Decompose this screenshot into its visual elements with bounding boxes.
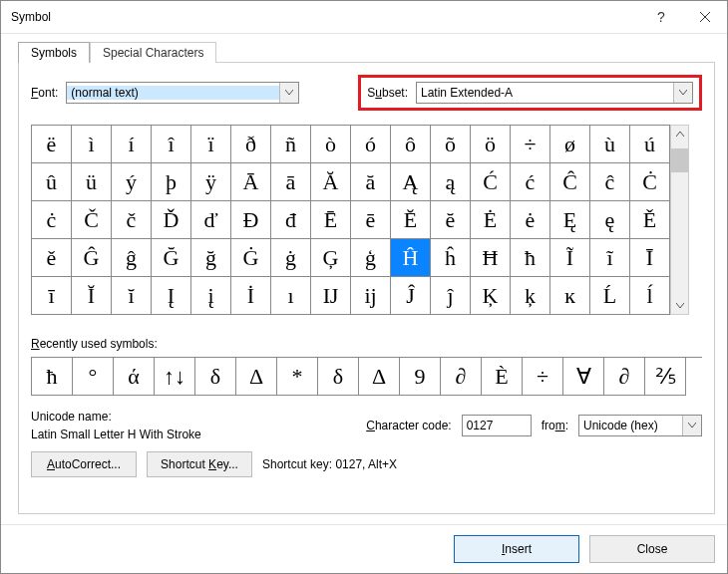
chevron-down-icon[interactable] [682,416,701,435]
recent-symbol-cell[interactable]: ° [73,358,114,396]
symbol-cell[interactable]: Ą [391,163,431,201]
symbol-cell[interactable]: ě [32,239,72,277]
symbol-cell[interactable]: Ĉ [550,163,590,201]
recent-symbol-cell[interactable]: ∂ [604,358,645,396]
recent-symbol-cell[interactable]: δ [195,358,236,396]
symbol-cell[interactable]: ï [191,126,231,163]
symbol-cell[interactable]: ø [550,126,590,163]
autocorrect-button[interactable]: AutoCorrect... [31,451,137,477]
symbol-cell[interactable]: č [112,201,152,239]
symbol-cell[interactable]: ı [271,277,311,315]
symbol-cell[interactable]: Ė [471,201,511,239]
recent-symbol-cell[interactable]: ά [114,358,155,396]
recent-symbol-cell[interactable]: Δ [236,358,277,396]
symbol-cell[interactable]: đ [271,201,311,239]
symbol-cell[interactable]: Ğ [152,239,191,277]
recent-symbol-cell[interactable]: ÷ [523,358,563,396]
symbol-cell[interactable]: ÿ [191,163,231,201]
symbol-cell[interactable]: õ [431,126,471,163]
close-button[interactable]: Close [589,535,715,563]
scroll-track[interactable] [671,143,688,297]
symbol-cell[interactable]: ĉ [590,163,630,201]
shortcut-key-button[interactable]: Shortcut Key... [147,451,252,477]
symbol-cell[interactable]: ý [112,163,152,201]
symbol-cell[interactable]: Ċ [630,163,670,201]
recent-symbol-cell[interactable]: ↑↓ [155,358,195,396]
help-button[interactable]: ? [639,1,683,33]
symbol-cell[interactable]: ĩ [590,239,630,277]
symbol-cell[interactable]: ò [311,126,351,163]
symbol-cell[interactable]: Ķ [471,277,511,315]
symbol-cell[interactable]: Č [72,201,112,239]
symbol-cell[interactable]: į [191,277,231,315]
symbol-cell[interactable]: ô [391,126,431,163]
symbol-cell[interactable]: ć [511,163,550,201]
symbol-cell[interactable]: ù [590,126,630,163]
symbol-cell[interactable]: Ħ [471,239,511,277]
symbol-cell[interactable]: ď [191,201,231,239]
symbol-cell[interactable]: ė [511,201,550,239]
symbol-cell[interactable]: û [32,163,72,201]
symbol-cell[interactable]: ğ [191,239,231,277]
symbol-cell[interactable]: ċ [32,201,72,239]
symbol-cell[interactable]: Ġ [231,239,271,277]
symbol-cell[interactable]: í [112,126,152,163]
recent-symbol-cell[interactable]: ∀ [563,358,604,396]
recent-symbol-cell[interactable]: ⅖ [645,358,686,396]
chevron-down-icon[interactable] [279,83,298,103]
symbol-cell[interactable]: Ĳ [311,277,351,315]
symbol-cell[interactable]: Ď [152,201,191,239]
symbol-cell[interactable]: ķ [511,277,550,315]
symbol-cell[interactable]: ĝ [112,239,152,277]
symbol-cell[interactable]: ì [72,126,112,163]
symbol-cell[interactable]: ę [590,201,630,239]
symbol-cell[interactable]: ĺ [630,277,670,315]
symbol-cell[interactable]: ë [32,126,72,163]
symbol-cell[interactable]: Į [152,277,191,315]
scroll-thumb[interactable] [671,148,688,172]
symbol-cell[interactable]: ĳ [351,277,391,315]
symbol-cell[interactable]: Ē [311,201,351,239]
symbol-cell[interactable]: ó [351,126,391,163]
symbol-cell[interactable]: ħ [511,239,550,277]
recent-symbols-grid[interactable]: ħ°ά↑↓δΔ*δΔ9∂È÷∀∂⅖ [31,357,702,396]
scroll-down-button[interactable] [671,297,688,314]
symbol-grid[interactable]: ëìíîïðñòóôõö÷øùúûüýþÿĀāĂăĄąĆćĈĉĊċČčĎďĐđĒ… [31,125,670,315]
insert-button[interactable]: Insert [454,535,579,563]
symbol-cell[interactable]: ĥ [431,239,471,277]
subset-select[interactable]: Latin Extended-A [416,82,693,104]
symbol-cell[interactable]: ģ [351,239,391,277]
recent-symbol-cell[interactable]: ħ [32,358,73,396]
symbol-cell[interactable]: Ĵ [391,277,431,315]
recent-symbol-cell[interactable]: 9 [400,358,441,396]
symbol-cell[interactable]: ă [351,163,391,201]
symbol-cell[interactable]: Ĭ [72,277,112,315]
window-close-button[interactable] [683,1,727,33]
symbol-cell[interactable]: ð [231,126,271,163]
recent-symbol-cell[interactable]: δ [318,358,359,396]
symbol-cell[interactable]: Ě [630,201,670,239]
symbol-cell[interactable]: Ĕ [391,201,431,239]
symbol-cell[interactable]: ÷ [511,126,550,163]
symbol-cell[interactable]: Ā [231,163,271,201]
symbol-cell[interactable]: ü [72,163,112,201]
symbol-cell[interactable]: ā [271,163,311,201]
symbol-cell[interactable]: ġ [271,239,311,277]
symbol-cell[interactable]: ñ [271,126,311,163]
symbol-cell[interactable]: ö [471,126,511,163]
symbol-cell[interactable]: ĭ [112,277,152,315]
recent-symbol-cell[interactable]: Δ [359,358,400,396]
symbol-cell[interactable]: Ć [471,163,511,201]
from-select[interactable]: Unicode (hex) [578,415,702,436]
recent-symbol-cell[interactable]: * [277,358,318,396]
symbol-cell[interactable]: ĸ [550,277,590,315]
tab-special-characters[interactable]: Special Characters [90,42,216,63]
symbol-cell[interactable]: ī [32,277,72,315]
symbol-cell[interactable]: ą [431,163,471,201]
recent-symbol-cell[interactable]: ∂ [441,358,482,396]
symbol-cell[interactable]: İ [231,277,271,315]
symbol-cell[interactable]: Ĥ [391,239,431,277]
symbol-cell[interactable]: Ę [550,201,590,239]
symbol-cell[interactable]: Ĝ [72,239,112,277]
symbol-cell[interactable]: Ģ [311,239,351,277]
